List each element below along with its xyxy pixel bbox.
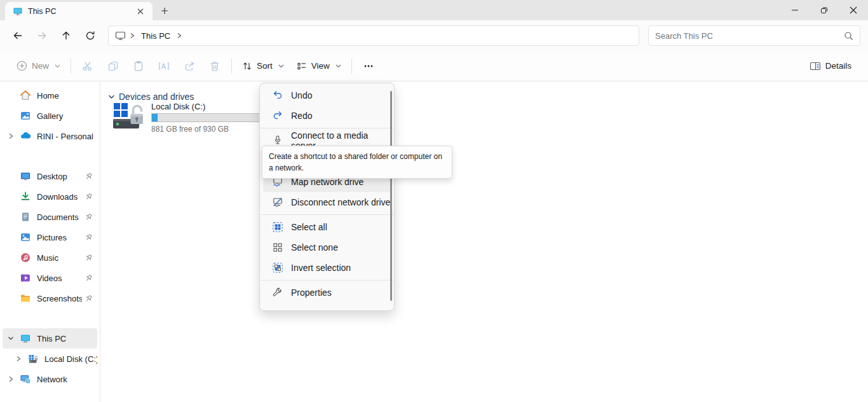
- videos-icon: [19, 272, 32, 284]
- cut-icon[interactable]: [75, 55, 100, 78]
- select-all-icon: [272, 221, 283, 233]
- menu-separator: [261, 128, 393, 128]
- sidebar-item-pictures[interactable]: Pictures: [3, 227, 97, 247]
- sidebar-item-this-pc[interactable]: This PC: [3, 328, 97, 349]
- new-tab-button[interactable]: [156, 3, 173, 18]
- chevron-down-icon[interactable]: [108, 94, 115, 99]
- menu-item-label: Undo: [291, 90, 312, 100]
- tab-this-pc[interactable]: This PC: [5, 2, 153, 20]
- sidebar-item-network[interactable]: Network: [3, 369, 97, 389]
- view-list-icon: [297, 61, 307, 71]
- sidebar-item-label: This PC: [37, 334, 97, 343]
- close-icon[interactable]: [839, 0, 868, 20]
- sidebar-item-label: Pictures: [37, 233, 82, 242]
- bitlocker-drive-icon: [113, 102, 145, 134]
- properties-icon: [272, 287, 283, 298]
- drive-name: Local Disk (C:): [151, 102, 264, 111]
- menu-separator: [261, 214, 393, 215]
- forward-icon[interactable]: [31, 24, 53, 47]
- disconnect-network-drive-icon: [272, 197, 283, 208]
- view-button[interactable]: View: [290, 55, 348, 78]
- address-bar[interactable]: This PC: [108, 25, 639, 46]
- sidebar-item-home[interactable]: Home: [3, 85, 97, 106]
- sidebar-item-label: Network: [37, 375, 97, 384]
- sidebar-item-onedrive[interactable]: RINI - Personal: [3, 126, 97, 146]
- sort-button[interactable]: Sort: [236, 55, 290, 78]
- monitor-icon: [13, 6, 23, 17]
- pin-icon: [82, 213, 95, 221]
- sidebar-item-music[interactable]: Music: [3, 247, 97, 268]
- new-button[interactable]: New: [10, 55, 67, 78]
- view-button-label: View: [311, 61, 330, 71]
- menu-item-undo[interactable]: Undo: [263, 85, 391, 106]
- onedrive-cloud-icon: [19, 130, 32, 142]
- redo-icon: [272, 110, 283, 121]
- sidebar-item-label: Home: [37, 91, 97, 100]
- share-icon[interactable]: [177, 55, 202, 78]
- search-icon[interactable]: [844, 31, 853, 41]
- see-more-context-menu: Undo Redo Connect to a media server Map …: [259, 83, 395, 311]
- pin-icon: [82, 274, 95, 282]
- menu-scrollbar[interactable]: [390, 91, 392, 301]
- more-ellipsis-icon[interactable]: [356, 55, 381, 78]
- menu-item-label: Properties: [291, 288, 332, 298]
- chevron-down-icon: [55, 64, 60, 68]
- undo-icon: [272, 90, 283, 101]
- invert-selection-icon: [272, 262, 283, 274]
- search-box[interactable]: [648, 25, 860, 46]
- sidebar-item-downloads[interactable]: Downloads: [3, 186, 97, 207]
- sidebar-item-videos[interactable]: Videos: [3, 268, 97, 288]
- window-controls: [780, 0, 868, 20]
- pin-icon: [82, 254, 95, 262]
- menu-item-redo[interactable]: Redo: [263, 106, 391, 126]
- menu-item-disconnect-network-drive[interactable]: Disconnect network drive: [263, 192, 391, 212]
- tooltip: Create a shortcut to a shared folder or …: [262, 146, 452, 179]
- pictures-icon: [19, 232, 32, 243]
- sidebar-item-screenshots[interactable]: Screenshots: [3, 288, 97, 308]
- drive-capacity-bar: [151, 113, 264, 122]
- drive-tile-local-disk-c[interactable]: Local Disk (C:) 881 GB free of 930 GB: [113, 102, 266, 134]
- menu-item-properties[interactable]: Properties: [263, 282, 391, 303]
- sidebar-item-gallery[interactable]: Gallery: [3, 106, 97, 126]
- tab-title: This PC: [28, 7, 128, 16]
- monitor-icon: [115, 31, 126, 41]
- navigation-bar: This PC: [0, 20, 868, 51]
- select-none-icon: [272, 242, 283, 253]
- group-header-devices-and-drives[interactable]: Devices and drives: [108, 92, 868, 102]
- sidebar-item-desktop[interactable]: Desktop: [3, 166, 97, 186]
- sidebar-item-documents[interactable]: Documents: [3, 207, 97, 227]
- sidebar-item-label: Screenshots: [37, 294, 82, 303]
- minimize-icon[interactable]: [780, 0, 810, 20]
- menu-item-invert-selection[interactable]: Invert selection: [263, 258, 391, 278]
- sidebar-item-label: Local Disk (C:): [44, 354, 97, 364]
- toolbar-divider: [71, 59, 71, 74]
- menu-item-select-none[interactable]: Select none: [263, 237, 391, 258]
- copy-icon[interactable]: [100, 55, 126, 78]
- chevron-right-icon[interactable]: [3, 133, 19, 139]
- command-toolbar: New Sort View: [0, 51, 868, 81]
- chevron-right-icon[interactable]: [10, 356, 27, 362]
- menu-item-select-all[interactable]: Select all: [263, 217, 391, 237]
- menu-item-label: Disconnect network drive: [291, 197, 390, 207]
- gallery-icon: [19, 110, 32, 121]
- breadcrumb-this-pc[interactable]: This PC: [139, 30, 173, 42]
- tab-close-icon[interactable]: [133, 4, 147, 18]
- sort-arrows-icon: [242, 61, 252, 71]
- sidebar-item-label: Videos: [37, 274, 82, 283]
- chevron-right-icon[interactable]: [3, 376, 19, 382]
- restore-icon[interactable]: [810, 0, 839, 20]
- rename-icon[interactable]: [151, 55, 177, 78]
- details-button[interactable]: Details: [803, 55, 858, 78]
- sidebar-item-local-disk[interactable]: Local Disk (C:): [10, 349, 97, 369]
- menu-item-label: Select none: [291, 242, 338, 253]
- up-icon[interactable]: [55, 24, 78, 47]
- pin-icon: [82, 295, 95, 303]
- refresh-icon[interactable]: [79, 24, 102, 47]
- music-icon: [19, 252, 32, 263]
- back-icon[interactable]: [6, 24, 29, 47]
- search-input[interactable]: [655, 31, 844, 41]
- paste-icon[interactable]: [126, 55, 151, 78]
- menu-item-label: Select all: [291, 222, 327, 232]
- chevron-down-icon[interactable]: [3, 336, 19, 341]
- delete-icon[interactable]: [202, 55, 227, 78]
